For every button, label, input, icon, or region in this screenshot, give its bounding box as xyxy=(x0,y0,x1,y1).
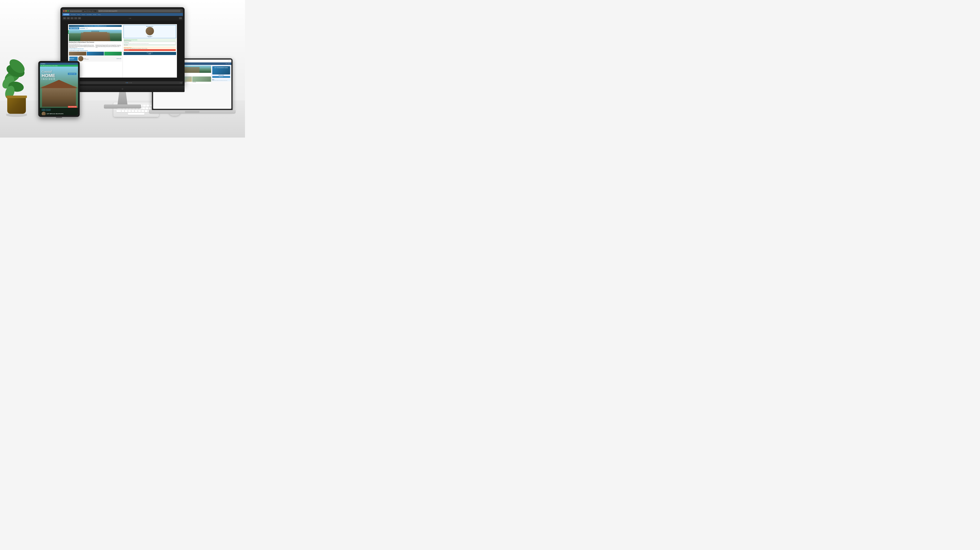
fliphtml5-logo: FLIPHTML5 xyxy=(63,13,69,16)
cover-agent-photo xyxy=(41,112,46,115)
fullscreen-button[interactable]: ⛶ xyxy=(78,17,81,19)
coastal-logo-area: THE COASTAL INSIDER .COM xyxy=(69,27,121,29)
cover-agent-row: LIST WITH US: 843-474-6770 xyxy=(41,112,76,115)
laptop-controls: ⚙ xyxy=(230,60,231,62)
small-card-image-3 xyxy=(192,76,211,82)
key[interactable] xyxy=(141,110,144,112)
sidebar-ad-text: COASTAL INSIDER xyxy=(212,75,230,76)
advertise-title: Advertise with Us xyxy=(124,26,175,27)
community-subtitle: FEATURED THIS MONTH xyxy=(124,41,176,41)
cover-content-label: HOMES CONTENT xyxy=(41,110,51,111)
tablet-navbar: FLIPHTML5 xyxy=(40,63,78,65)
tablet-logo: FLIPHTML5 xyxy=(41,63,45,64)
annual-rental: ANNUAL RENTAL MANAGEMENT LocalPostal Cus… xyxy=(69,56,121,62)
laptop-keyboard xyxy=(149,110,236,114)
tablet-wrapper: FLIPHTML5 Now Offering Virtual Tours on … xyxy=(38,61,80,117)
featured-homes: Coastal Home Insider Featured Homes xyxy=(69,50,121,56)
top-banner: Real Estate Information — HomesAtMarketC… xyxy=(69,25,121,27)
key[interactable] xyxy=(128,110,131,112)
hero-image: MYRTLE BEACH BOARDWALK xyxy=(69,30,121,41)
page-dot[interactable] xyxy=(131,82,132,83)
page-count: 1 / 24 xyxy=(180,82,182,83)
page-dot[interactable] xyxy=(128,82,129,83)
zoom-in-button[interactable]: + xyxy=(70,17,73,19)
page-dot[interactable] xyxy=(125,82,126,83)
url-bar[interactable]: fliphtml5.com/insider/edition/august2023 xyxy=(98,10,180,12)
laptop-small-card-3[interactable]: Community xyxy=(192,76,211,84)
real-estate-now-badge: REAL ESTATE NOW xyxy=(68,106,77,108)
rental-codes: ECRWSS EDDM xyxy=(116,58,121,59)
page-dot-active[interactable] xyxy=(127,82,127,83)
advertise-section: Advertise with Us Lynna Garren REALTOR® xyxy=(124,25,176,38)
featured-title: Coastal Home Insider Featured Homes xyxy=(69,50,121,51)
webcam xyxy=(122,88,123,90)
monitor-stand xyxy=(114,92,131,105)
page-nav-dots xyxy=(125,82,132,83)
nav-case-studies[interactable]: Case Studies xyxy=(87,14,92,15)
small-card-text-3: Community xyxy=(192,82,211,83)
nav-pricing[interactable]: Pricing xyxy=(98,14,100,15)
sidebar-cta[interactable]: LEARN MORE → xyxy=(212,76,230,78)
re-detail: Properties available throughout Myrtle B… xyxy=(124,48,176,49)
agent-title: REALTOR® xyxy=(124,37,175,37)
laptop-sidebar: GET YOUR NEIGHBORS TALKING COASTAL INSID… xyxy=(212,65,231,108)
home-item-2 xyxy=(87,52,104,56)
laptop-trackpad[interactable] xyxy=(185,111,199,113)
key[interactable] xyxy=(131,110,134,112)
key[interactable] xyxy=(135,110,138,112)
laptop-nav-about: About Us xyxy=(228,63,231,64)
close-dot[interactable] xyxy=(63,10,65,11)
sidebar-extra: BEACH Visit our local beach listings for… xyxy=(212,79,231,81)
zoom-out-button[interactable]: - xyxy=(74,17,77,19)
bottom-ads: Real Estate Section Properties available… xyxy=(124,46,176,51)
article-subtitle: Have Fun and Keep Your Cool xyxy=(69,43,121,45)
tablet-notification: Now Offering Virtual Tours on Our Listin… xyxy=(40,65,78,67)
coastal-logo: THE COASTAL xyxy=(69,27,79,29)
key[interactable] xyxy=(125,110,128,112)
cover-title-home: HOME xyxy=(41,73,76,78)
nav-good-insider[interactable]: Good Insider xyxy=(71,14,76,15)
monitor-base xyxy=(104,105,141,109)
share-button[interactable]: ↑ xyxy=(179,17,182,19)
plant-pot xyxy=(7,97,26,114)
mb-zip: 29578 xyxy=(149,53,151,54)
ipad-tablet: FLIPHTML5 Now Offering Virtual Tours on … xyxy=(38,61,80,117)
page-indicator: 1 / 24 xyxy=(129,18,131,19)
article-col-1: As summer heats up and the thermometer c… xyxy=(69,45,95,48)
home-item-1 xyxy=(69,52,86,56)
tablet-screen: FLIPHTML5 Now Offering Virtual Tours on … xyxy=(40,63,78,115)
key[interactable] xyxy=(121,110,124,112)
prev-page-button[interactable]: ◀ xyxy=(63,17,66,19)
nav-features[interactable]: Features xyxy=(82,14,85,15)
nav-my-plan[interactable]: My Plan xyxy=(93,14,96,15)
page-bottom-bar: © 2023 Edition Of The Coastal Insider 1 … xyxy=(62,81,183,84)
fliphtml5-navbar: FLIPHTML5 Good Insider Explore Features … xyxy=(62,13,183,16)
home-image-3 xyxy=(104,52,121,56)
home-image-1 xyxy=(69,52,86,56)
key[interactable] xyxy=(138,110,141,112)
article-title: Beating Heat in Myrtle Beach This Summer xyxy=(69,41,121,43)
scene: Manage 16 Insider Books (Fl... August 20… xyxy=(0,0,245,138)
page-dot[interactable] xyxy=(129,82,130,83)
tab-august[interactable]: August 2023 Edition of the In... xyxy=(83,10,96,12)
rental-logo: ANNUAL RENTAL MANAGEMENT xyxy=(69,57,78,61)
tablet-home-button[interactable] xyxy=(56,117,62,118)
community-section: Grand Strand Community Content FEATURED … xyxy=(124,39,176,46)
nav-explore[interactable]: Explore xyxy=(77,14,80,15)
minimize-dot[interactable] xyxy=(65,10,67,11)
community-event: Carolina Event Community gathering detai… xyxy=(124,42,176,45)
advertise-box: Advertise with Us Lynna Garren REALTOR® xyxy=(124,25,176,38)
keyboard-row-4 xyxy=(128,113,145,115)
cover-agent-info: LIST WITH US: 843-474-6770 xyxy=(46,113,63,114)
magazine-spread: FREE Real Estate Information — HomesAtMa… xyxy=(68,24,177,78)
sponsor-label: ZRS CENTER xyxy=(124,45,176,46)
key[interactable] xyxy=(145,110,148,112)
monitor-screen: Manage 16 Insider Books (Fl... August 20… xyxy=(62,9,183,84)
tab-manage[interactable]: Manage 16 Insider Books (Fl... xyxy=(70,10,82,12)
cover-bottom: HOMES FOR SALE HOMES CONTENT LIST WITH U… xyxy=(40,108,78,115)
next-page-button[interactable]: ▶ xyxy=(67,17,70,19)
cover-list-us: LIST WITH US: 843-474-6770 xyxy=(46,113,63,114)
maximize-dot[interactable] xyxy=(67,10,69,11)
key-caps[interactable] xyxy=(116,110,121,112)
key-space[interactable] xyxy=(128,113,145,115)
